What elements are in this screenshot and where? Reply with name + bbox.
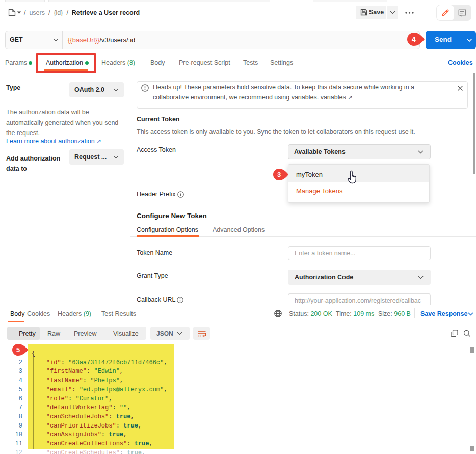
svg-text:3: 3 (277, 171, 281, 178)
svg-text:5: 5 (16, 346, 20, 354)
svg-text:4: 4 (412, 35, 416, 43)
